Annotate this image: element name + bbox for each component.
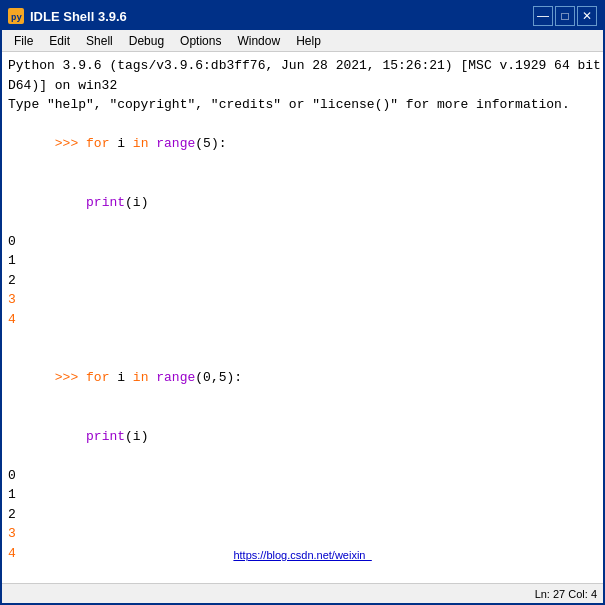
info-line-1: Python 3.9.6 (tags/v3.9.6:db3ff76, Jun 2… xyxy=(8,56,597,76)
menu-shell[interactable]: Shell xyxy=(78,32,121,50)
menu-window[interactable]: Window xyxy=(229,32,288,50)
builtin-print-1: print xyxy=(86,195,125,210)
watermark: https://blog.csdn.net/weixin_ xyxy=(233,549,371,561)
block1-blank xyxy=(8,329,597,349)
menu-options[interactable]: Options xyxy=(172,32,229,50)
status-bar: Ln: 27 Col: 4 xyxy=(2,583,603,603)
maximize-button[interactable]: □ xyxy=(555,6,575,26)
menu-edit[interactable]: Edit xyxy=(41,32,78,50)
prompt-1: >>> xyxy=(55,136,86,151)
block2-out-1: 1 xyxy=(8,485,597,505)
kw-in-2: in xyxy=(133,370,149,385)
block1-line1: >>> for i in range(5): xyxy=(8,115,597,174)
kw-in-1: in xyxy=(133,136,149,151)
block2-blank xyxy=(8,563,597,583)
minimize-button[interactable]: — xyxy=(533,6,553,26)
cursor-position: Ln: 27 Col: 4 xyxy=(535,588,597,600)
window-title: IDLE Shell 3.9.6 xyxy=(30,9,127,24)
block2-line2: print(i) xyxy=(8,407,597,466)
block3-line1: >>> for i in range(0,5,1): xyxy=(8,583,597,584)
prompt-2: >>> xyxy=(55,370,86,385)
app-icon: py xyxy=(8,8,24,24)
block1-line2: print(i) xyxy=(8,173,597,232)
builtin-range-2: range xyxy=(156,370,195,385)
shell-content[interactable]: Python 3.9.6 (tags/v3.9.6:db3ff76, Jun 2… xyxy=(2,52,603,583)
svg-text:py: py xyxy=(11,13,22,23)
menu-debug[interactable]: Debug xyxy=(121,32,172,50)
block1-out-2: 2 xyxy=(8,271,597,291)
block1-out-0: 0 xyxy=(8,232,597,252)
menu-help[interactable]: Help xyxy=(288,32,329,50)
main-window: py IDLE Shell 3.9.6 — □ ✕ File Edit Shel… xyxy=(0,0,605,605)
title-controls: — □ ✕ xyxy=(533,6,597,26)
menu-file[interactable]: File xyxy=(6,32,41,50)
block2-out-0: 0 xyxy=(8,466,597,486)
close-button[interactable]: ✕ xyxy=(577,6,597,26)
title-bar: py IDLE Shell 3.9.6 — □ ✕ xyxy=(2,2,603,30)
block2-line1: >>> for i in range(0,5): xyxy=(8,349,597,408)
kw-for-1: for xyxy=(86,136,109,151)
block2-out-2: 2 xyxy=(8,505,597,525)
block1-out-3: 3 xyxy=(8,290,597,310)
info-line-2: D64)] on win32 xyxy=(8,76,597,96)
title-bar-left: py IDLE Shell 3.9.6 xyxy=(8,8,127,24)
info-line-3: Type "help", "copyright", "credits" or "… xyxy=(8,95,597,115)
menu-bar: File Edit Shell Debug Options Window Hel… xyxy=(2,30,603,52)
block2-out-3: 3 xyxy=(8,524,597,544)
builtin-range-1: range xyxy=(156,136,195,151)
kw-for-2: for xyxy=(86,370,109,385)
block1-out-1: 1 xyxy=(8,251,597,271)
block1-out-4: 4 xyxy=(8,310,597,330)
builtin-print-2: print xyxy=(86,429,125,444)
